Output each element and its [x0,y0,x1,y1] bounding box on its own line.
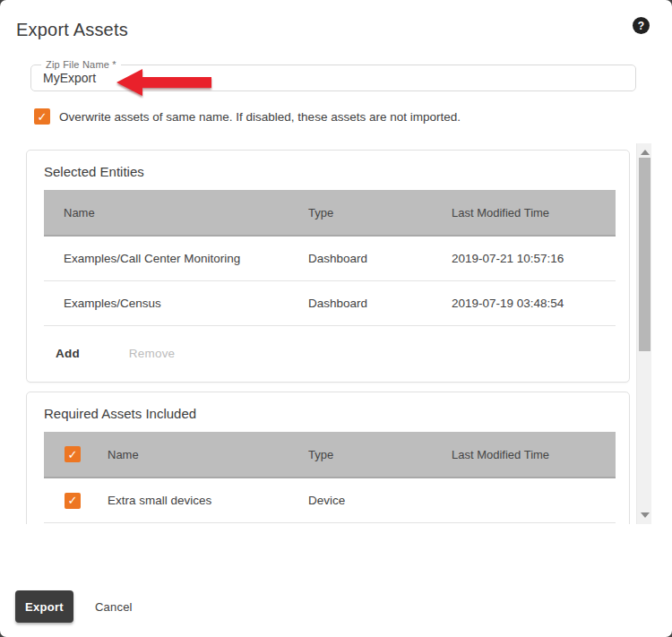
entity-name: Examples/Census [64,297,308,310]
scrollbar-thumb[interactable] [639,158,650,351]
overwrite-checkbox-label: Overwrite assets of same name. If disabl… [59,110,461,124]
column-header-type: Type [308,448,452,461]
selected-entities-title: Selected Entities [27,151,629,190]
asset-name: Extra small devices [108,494,308,507]
add-button[interactable]: Add [56,347,80,360]
column-header-name: Name [108,448,308,461]
zip-file-name-input[interactable] [31,65,635,90]
overwrite-checkbox[interactable]: ✓ [34,108,50,125]
vertical-scrollbar[interactable] [636,143,651,524]
select-all-checkbox[interactable]: ✓ [65,446,81,462]
export-button[interactable]: Export [15,590,73,623]
check-icon: ✓ [68,449,78,461]
overwrite-checkbox-row: ✓ Overwrite assets of same name. If disa… [34,108,461,125]
table-row[interactable]: Examples/Call Center Monitoring Dashboar… [44,237,616,281]
check-icon: ✓ [68,495,78,506]
table-row[interactable]: Examples/Census Dashboard 2019-07-19 03:… [44,281,616,326]
cancel-button[interactable]: Cancel [88,600,140,614]
help-icon[interactable]: ? [633,17,650,34]
selected-entities-table-header: Name Type Last Modified Time [44,190,616,237]
column-header-last-modified: Last Modified Time [452,448,616,461]
dialog-scroll-area: Selected Entities Name Type Last Modifie… [26,143,630,524]
entity-type: Dashboard [308,297,452,310]
table-row[interactable]: ✓ Extra small devices Device [44,478,616,523]
scroll-down-icon[interactable] [641,512,650,518]
selected-entities-actions: Add Remove [27,326,629,360]
scroll-up-icon[interactable] [641,150,650,155]
dialog-footer: Export Cancel [15,590,140,623]
zip-file-name-field: Zip File Name * [30,65,636,91]
entity-last-modified: 2019-07-19 03:48:54 [452,297,616,310]
column-header-type: Type [308,206,452,220]
column-header-name: Name [64,206,308,220]
required-assets-title: Required Assets Included [27,392,629,432]
column-header-last-modified: Last Modified Time [452,206,616,220]
remove-button[interactable]: Remove [129,347,175,360]
required-assets-card: Required Assets Included ✓ Name Type Las… [26,392,630,524]
asset-type: Device [308,494,452,507]
entity-last-modified: 2019-07-21 10:57:16 [452,252,616,265]
entity-type: Dashboard [308,252,452,265]
modal-overlay: Export Assets ? Zip File Name * ✓ Overwr… [0,0,672,637]
dialog-title: Export Assets [16,20,128,40]
selected-entities-card: Selected Entities Name Type Last Modifie… [26,150,630,383]
required-assets-table-header: ✓ Name Type Last Modified Time [44,432,616,478]
question-mark-glyph: ? [638,20,644,32]
check-icon: ✓ [38,111,47,123]
asset-row-checkbox[interactable]: ✓ [65,493,81,509]
entity-name: Examples/Call Center Monitoring [64,252,308,265]
zip-file-name-label: Zip File Name * [41,59,121,70]
export-assets-dialog: Export Assets ? Zip File Name * ✓ Overwr… [0,0,672,637]
